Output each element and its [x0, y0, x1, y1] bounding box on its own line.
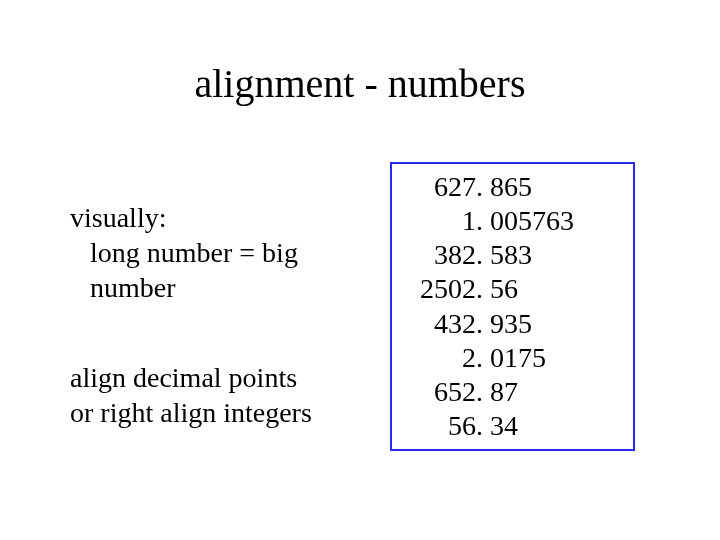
number-row: 382. 583 [406, 238, 619, 272]
number-row: 2502. 56 [406, 272, 619, 306]
number-frac: . 583 [476, 238, 532, 272]
number-int: 1 [406, 204, 476, 238]
number-int: 652 [406, 375, 476, 409]
text-right-align: or right align integers [70, 395, 370, 430]
number-int: 432 [406, 307, 476, 341]
number-row: 2. 0175 [406, 341, 619, 375]
number-int: 2502 [406, 272, 476, 306]
text-long-big: long number = big number [70, 235, 370, 305]
number-int: 382 [406, 238, 476, 272]
numbers-box: 627. 865 1. 005763 382. 583 2502. 56 432… [390, 162, 635, 451]
number-int: 2 [406, 341, 476, 375]
text-align-decimal: align decimal points [70, 360, 370, 395]
number-frac: . 005763 [476, 204, 574, 238]
number-row: 1. 005763 [406, 204, 619, 238]
number-frac: . 87 [476, 375, 518, 409]
number-row: 432. 935 [406, 307, 619, 341]
number-frac: . 865 [476, 170, 532, 204]
left-column: visually: long number = big number align… [70, 200, 370, 430]
number-frac: . 34 [476, 409, 518, 443]
number-frac: . 0175 [476, 341, 546, 375]
page-title: alignment - numbers [0, 60, 720, 107]
number-row: 627. 865 [406, 170, 619, 204]
number-frac: . 56 [476, 272, 518, 306]
text-visually: visually: [70, 200, 370, 235]
number-row: 652. 87 [406, 375, 619, 409]
number-int: 627 [406, 170, 476, 204]
number-frac: . 935 [476, 307, 532, 341]
number-row: 56. 34 [406, 409, 619, 443]
number-int: 56 [406, 409, 476, 443]
